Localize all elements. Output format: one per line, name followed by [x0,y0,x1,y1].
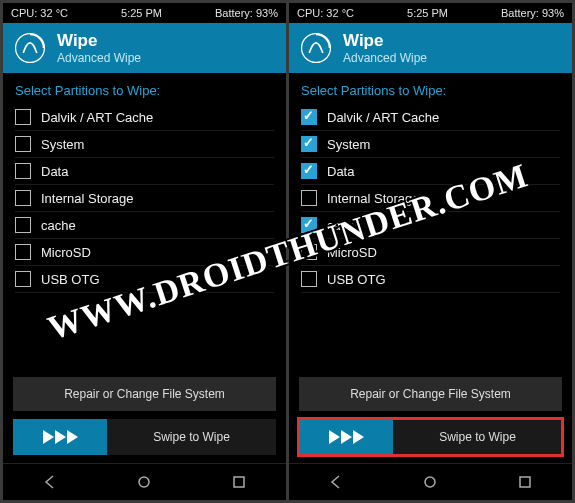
partition-row[interactable]: Data [301,158,560,185]
partition-row[interactable]: Dalvik / ART Cache [301,104,560,131]
checkbox[interactable] [15,244,31,260]
partition-label: System [327,137,370,152]
page-subtitle: Advanced Wipe [57,51,141,65]
partition-row[interactable]: Internal Storage [301,185,560,212]
partition-label: Internal Storage [41,191,134,206]
swipe-knob[interactable] [13,419,107,455]
partition-row[interactable]: Data [15,158,274,185]
partition-row[interactable]: Internal Storage [15,185,274,212]
status-bar: CPU: 32 °C 5:25 PM Battery: 93% [3,3,286,23]
battery-level: Battery: 93% [501,7,564,19]
svg-point-1 [139,477,149,487]
back-icon[interactable] [40,472,60,492]
section-title: Select Partitions to Wipe: [289,73,572,104]
partition-row[interactable]: System [15,131,274,158]
partition-row[interactable]: cache [15,212,274,239]
partition-label: Dalvik / ART Cache [41,110,153,125]
partition-row[interactable]: MicroSD [15,239,274,266]
checkbox[interactable] [15,217,31,233]
twrp-logo-icon [13,31,47,65]
chevron-right-icon [43,430,54,444]
checkbox[interactable] [301,163,317,179]
svg-point-4 [425,477,435,487]
swipe-label: Swipe to Wipe [393,430,562,444]
checkbox[interactable] [301,271,317,287]
swipe-slider[interactable]: Swipe to Wipe [299,419,562,455]
partition-row[interactable]: Dalvik / ART Cache [15,104,274,131]
clock: 5:25 PM [121,7,162,19]
partition-list: Dalvik / ART Cache System Data Internal … [289,104,572,369]
partition-label: System [41,137,84,152]
partition-label: Data [327,164,354,179]
partition-label: Dalvik / ART Cache [327,110,439,125]
chevron-right-icon [353,430,364,444]
checkbox[interactable] [301,217,317,233]
svg-rect-2 [234,477,244,487]
svg-rect-5 [520,477,530,487]
header: Wipe Advanced Wipe [3,23,286,73]
partition-row[interactable]: MicroSD [301,239,560,266]
checkbox[interactable] [301,190,317,206]
back-icon[interactable] [326,472,346,492]
page-title: Wipe [57,31,141,51]
cpu-temp: CPU: 32 °C [297,7,354,19]
clock: 5:25 PM [407,7,448,19]
page-subtitle: Advanced Wipe [343,51,427,65]
partition-list: Dalvik / ART Cache System Data Internal … [3,104,286,369]
partition-row[interactable]: USB OTG [301,266,560,293]
checkbox[interactable] [15,136,31,152]
checkbox[interactable] [301,136,317,152]
section-title: Select Partitions to Wipe: [3,73,286,104]
checkbox[interactable] [15,190,31,206]
partition-label: cache [327,218,362,233]
recent-icon[interactable] [229,472,249,492]
nav-bar [3,463,286,500]
partition-label: Internal Storage [327,191,420,206]
checkbox[interactable] [15,271,31,287]
home-icon[interactable] [134,472,154,492]
chevron-right-icon [341,430,352,444]
partition-label: USB OTG [327,272,386,287]
partition-row[interactable]: USB OTG [15,266,274,293]
repair-button[interactable]: Repair or Change File System [299,377,562,411]
partition-label: Data [41,164,68,179]
recent-icon[interactable] [515,472,535,492]
partition-row[interactable]: System [301,131,560,158]
chevron-right-icon [329,430,340,444]
page-title: Wipe [343,31,427,51]
screen-0: CPU: 32 °C 5:25 PM Battery: 93% Wipe Adv… [3,3,286,500]
swipe-label: Swipe to Wipe [107,430,276,444]
partition-label: cache [41,218,76,233]
cpu-temp: CPU: 32 °C [11,7,68,19]
partition-label: USB OTG [41,272,100,287]
swipe-slider[interactable]: Swipe to Wipe [13,419,276,455]
partition-label: MicroSD [41,245,91,260]
checkbox[interactable] [15,163,31,179]
header: Wipe Advanced Wipe [289,23,572,73]
home-icon[interactable] [420,472,440,492]
nav-bar [289,463,572,500]
swipe-knob[interactable] [299,419,393,455]
twrp-logo-icon [299,31,333,65]
checkbox[interactable] [301,109,317,125]
checkbox[interactable] [15,109,31,125]
partition-label: MicroSD [327,245,377,260]
chevron-right-icon [67,430,78,444]
repair-button[interactable]: Repair or Change File System [13,377,276,411]
battery-level: Battery: 93% [215,7,278,19]
status-bar: CPU: 32 °C 5:25 PM Battery: 93% [289,3,572,23]
chevron-right-icon [55,430,66,444]
checkbox[interactable] [301,244,317,260]
partition-row[interactable]: cache [301,212,560,239]
screen-1: CPU: 32 °C 5:25 PM Battery: 93% Wipe Adv… [289,3,572,500]
